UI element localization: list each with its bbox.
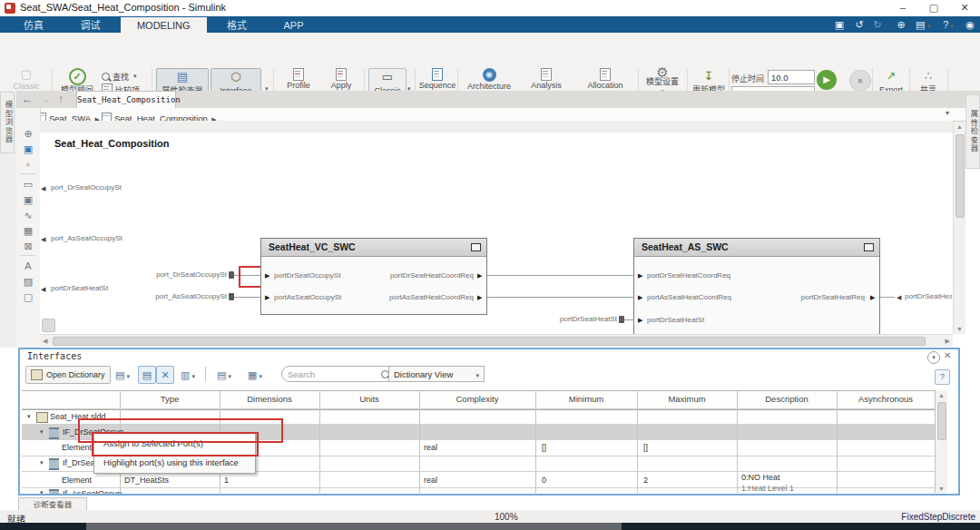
model-browser-tab[interactable]: 模型浏览器 <box>0 92 15 153</box>
document-tab[interactable]: Seat_Heat_Composition <box>76 91 176 108</box>
table-row-label[interactable]: Element <box>62 476 92 485</box>
input-port-icon[interactable]: ▶ <box>638 294 642 301</box>
wire[interactable] <box>624 319 633 320</box>
signal-icon[interactable]: ∿ <box>21 209 35 222</box>
maximize-button[interactable]: ▢ <box>922 0 946 15</box>
screenshot-icon[interactable]: ▣ <box>21 142 35 156</box>
stop-time-input[interactable] <box>768 70 815 84</box>
layout-button[interactable]: ▦ <box>241 366 269 384</box>
frame-inport-icon[interactable]: ◀ <box>41 185 45 192</box>
tab-app[interactable]: APP <box>268 17 320 34</box>
panel-menu-icon[interactable]: ▾ <box>927 351 940 364</box>
input-port-icon[interactable]: ▶ <box>265 272 270 280</box>
tab-debug[interactable]: 调试 <box>64 17 116 34</box>
add-element-button[interactable]: ▤ <box>138 366 156 384</box>
scrollbar-thumb[interactable] <box>937 402 946 440</box>
frame-inport-label[interactable]: port_DrSeatOccupySt <box>51 183 122 191</box>
cell-description[interactable]: 0:NO Heat <box>741 473 780 482</box>
expander-icon[interactable]: ▾ <box>27 413 31 420</box>
output-port-icon[interactable]: ▶ <box>477 294 482 301</box>
scroll-left-icon[interactable]: ◀ <box>43 338 47 345</box>
scroll-up-icon[interactable]: ▲ <box>936 392 947 398</box>
table-scrollbar[interactable]: ▲ ▼ <box>936 390 947 493</box>
horizontal-scrollbar[interactable]: ◀ ▶ <box>40 334 953 347</box>
delete-button[interactable]: ✕ <box>156 366 174 384</box>
cell-minimum[interactable]: [] <box>542 443 546 452</box>
column-header-type[interactable]: Type <box>120 394 220 404</box>
wire-source-label[interactable]: port_DrSeatOccupySt <box>143 270 227 279</box>
input-port-label[interactable]: portDrSeatHeatSt <box>647 316 704 324</box>
column-header-minimum[interactable]: Minimum <box>535 394 637 404</box>
grid-icon[interactable]: ▦ <box>21 224 35 238</box>
tab-simulation[interactable]: 仿真 <box>7 17 60 34</box>
frame-inport-icon[interactable]: ◀ <box>41 236 45 243</box>
scrollbar-thumb[interactable] <box>53 337 926 346</box>
column-header-asynchronous[interactable]: Asynchronous <box>837 394 935 404</box>
input-port-label[interactable]: portAsSeatHeatCoordReq <box>647 293 731 301</box>
cell-complexity[interactable]: real <box>424 443 437 452</box>
breadcrumb-dropdown-icon[interactable]: ▾ <box>946 109 949 117</box>
column-header-description[interactable]: Description <box>737 394 837 404</box>
table-row-label[interactable]: Element <box>62 443 92 452</box>
cell-type[interactable]: DT_HeatSts <box>124 476 169 485</box>
cell-maximum[interactable]: 2 <box>643 476 648 485</box>
table-row[interactable]: ▾ If_AsSeatOccup <box>22 487 935 494</box>
status-solver[interactable]: FixedStepDiscrete <box>894 512 975 522</box>
frame-outport-icon[interactable]: ◀ <box>897 294 901 301</box>
output-port-label[interactable]: portAsSeatHeatCoordReq <box>361 293 474 301</box>
viewport-icon[interactable]: ▣ <box>21 193 35 207</box>
annotation-badge-icon[interactable] <box>42 319 55 332</box>
input-port-icon[interactable]: ▶ <box>638 272 642 280</box>
expander-icon[interactable]: ▾ <box>40 459 44 466</box>
view-select[interactable]: Dictionary View <box>388 366 485 382</box>
frame-inport-label[interactable]: port_AsSeatOccupySt <box>51 234 122 242</box>
import-button[interactable]: ▥ <box>174 366 201 384</box>
save-icon[interactable]: ▣ <box>831 17 848 32</box>
block-seatheat-vc-swc[interactable]: SeatHeat_VC_SWC ▶ portDrSeatOccupySt ▶ p… <box>260 238 487 315</box>
input-port-label[interactable]: portAsSeatOccupySt <box>274 293 341 301</box>
wire[interactable] <box>234 297 260 298</box>
profile-apply-button[interactable]: ▤ <box>211 366 238 384</box>
open-dictionary-button[interactable]: Open Dictionary <box>25 366 111 384</box>
frame-outport-label[interactable]: portDrSeatHeatRe <box>905 292 952 300</box>
column-header-maximum[interactable]: Maximum <box>637 394 737 404</box>
output-port-icon[interactable]: ▶ <box>870 294 875 301</box>
block-seatheat-as-swc[interactable]: SeatHeat_AS_SWC ▶ portDrSeatHeatCoordReq… <box>633 238 880 335</box>
panel-close-icon[interactable]: ✕ <box>944 350 951 360</box>
output-port-label[interactable]: portDrSeatHeatCoordReq <box>361 271 474 280</box>
tab-modeling[interactable]: MODELING <box>121 17 207 34</box>
search-box[interactable]: Search <box>281 366 396 382</box>
scroll-right-icon[interactable]: ▶ <box>946 338 950 345</box>
cell-complexity[interactable]: real <box>424 476 437 485</box>
column-header-units[interactable]: Units <box>319 394 419 404</box>
annotation-icon[interactable]: A <box>21 260 35 273</box>
search-icon[interactable]: ⊕ <box>893 17 909 32</box>
wire[interactable] <box>487 297 633 298</box>
wire[interactable] <box>487 275 633 276</box>
scrollbar-thumb[interactable] <box>956 134 965 218</box>
panel-help-button[interactable]: ? <box>935 369 950 385</box>
help-icon[interactable]: ? <box>936 17 960 32</box>
zoom-icon[interactable]: ⊕ <box>21 127 35 141</box>
output-port-label[interactable]: portDrSeatHeatReq <box>752 293 865 301</box>
input-port-label[interactable]: portDrSeatHeatCoordReq <box>647 271 730 280</box>
subsystem-icon[interactable]: ▭ <box>21 178 35 191</box>
find-button[interactable]: 查找 <box>102 70 149 83</box>
scroll-down-icon[interactable]: ▼ <box>936 486 947 492</box>
cell-minimum[interactable]: 0 <box>542 476 546 485</box>
scroll-down-icon[interactable]: ▼ <box>954 326 965 332</box>
redo-icon[interactable]: ↻ <box>869 17 886 32</box>
wire-source-label[interactable]: portDrSeatHeatSt <box>541 315 617 323</box>
picture-icon[interactable]: ▨ <box>21 275 35 289</box>
image-icon[interactable]: ⊠ <box>21 240 35 253</box>
property-inspector-tab[interactable]: 属性检查器 <box>965 94 980 169</box>
wire-source-label[interactable]: port_AsSeatOccupySt <box>143 292 227 300</box>
column-header-complexity[interactable]: Complexity <box>419 394 535 404</box>
cell-maximum[interactable]: [] <box>643 443 648 452</box>
cell-dimensions[interactable]: 1 <box>224 476 229 485</box>
input-port-label[interactable]: portDrSeatOccupySt <box>274 271 340 280</box>
screenshot-icon[interactable]: ▤ <box>911 17 935 32</box>
back-icon[interactable]: ← <box>22 93 33 105</box>
wire[interactable] <box>878 297 895 298</box>
column-header-dimensions[interactable]: Dimensions <box>220 394 319 404</box>
